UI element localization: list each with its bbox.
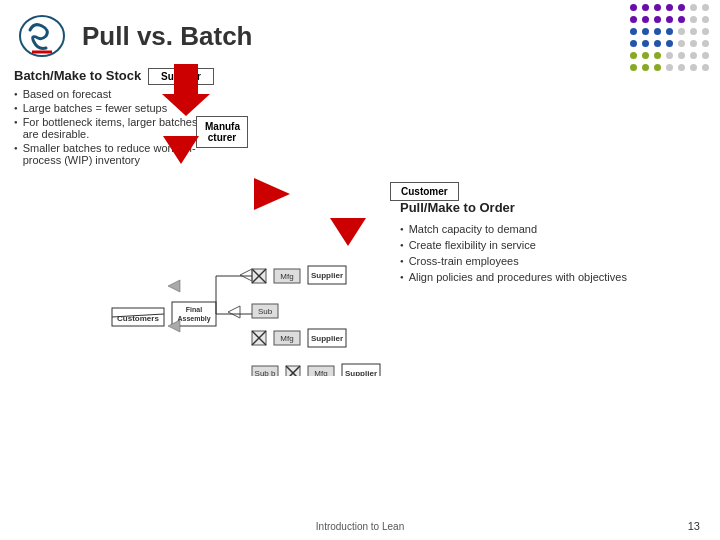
svg-text:Mfg: Mfg <box>314 369 327 376</box>
page-number: 13 <box>688 520 700 532</box>
svg-text:Assembly: Assembly <box>177 315 210 323</box>
batch-bullet-list: Based on forecastLarge batches = fewer s… <box>14 87 214 167</box>
svg-rect-7 <box>112 308 164 326</box>
decorative-dot <box>642 4 649 11</box>
decorative-dot <box>642 40 649 47</box>
svg-line-14 <box>252 269 266 283</box>
decorative-dot <box>654 64 661 71</box>
decorative-dot <box>642 16 649 23</box>
decorative-dot <box>678 52 685 59</box>
svg-rect-28 <box>252 366 278 376</box>
decorative-dot <box>630 16 637 23</box>
decorative-dot <box>678 40 685 47</box>
svg-marker-5 <box>254 178 290 210</box>
decorative-dot <box>630 40 637 47</box>
decorative-dot <box>690 64 697 71</box>
manufacturer-label: Manufacturer <box>205 121 240 143</box>
svg-marker-51 <box>168 320 180 332</box>
decorative-dot <box>666 16 673 23</box>
decorative-dot <box>642 64 649 71</box>
svg-marker-50 <box>168 280 180 292</box>
svg-line-13 <box>252 269 266 283</box>
decorative-dot <box>630 52 637 59</box>
svg-rect-35 <box>342 364 380 376</box>
decorative-dot <box>666 28 673 35</box>
svg-rect-15 <box>274 269 300 283</box>
svg-text:Customers: Customers <box>117 314 159 323</box>
decorative-dot <box>702 64 709 71</box>
batch-bullet-item: Based on forecast <box>14 87 214 101</box>
svg-marker-6 <box>330 218 366 246</box>
svg-rect-24 <box>274 331 300 345</box>
decorative-dot <box>690 52 697 59</box>
pull-bullet-item: Align policies and procedures with objec… <box>400 269 700 285</box>
svg-text:Supplier: Supplier <box>311 271 343 280</box>
decorative-dot <box>630 28 637 35</box>
pull-bullet-item: Match capacity to demand <box>400 221 700 237</box>
decorative-dot <box>702 16 709 23</box>
decorative-dot <box>654 4 661 11</box>
svg-rect-9 <box>172 302 216 326</box>
decorative-dot <box>630 4 637 11</box>
decorative-dot <box>702 52 709 59</box>
svg-rect-17 <box>308 266 346 284</box>
svg-rect-12 <box>252 269 266 283</box>
svg-text:Sub: Sub <box>258 307 273 316</box>
decorative-dot <box>678 16 685 23</box>
svg-rect-19 <box>252 304 278 318</box>
decorative-dot <box>690 40 697 47</box>
footer-center: Introduction to Lean <box>0 521 720 532</box>
batch-bullet-item: Smaller batches to reduce work -in-proce… <box>14 141 214 167</box>
pull-bullet-item: Cross-train employees <box>400 253 700 269</box>
decorative-dot <box>654 16 661 23</box>
svg-line-32 <box>286 366 300 376</box>
logo-icon <box>16 12 68 60</box>
customer-box: Customer <box>390 182 459 201</box>
pull-bullet-list: Match capacity to demandCreate flexibili… <box>400 221 700 285</box>
decorative-dot <box>666 4 673 11</box>
decorative-dot <box>678 64 685 71</box>
svg-marker-45 <box>228 306 240 318</box>
svg-line-31 <box>286 366 300 376</box>
supplier-box: Supplier <box>148 68 214 85</box>
svg-line-23 <box>252 331 266 345</box>
decorative-dot <box>666 52 673 59</box>
decorative-dot <box>690 28 697 35</box>
pull-section: Pull/Make to Order Match capacity to dem… <box>400 200 700 285</box>
decorative-dot <box>654 28 661 35</box>
decorative-dot-grid <box>630 4 712 74</box>
footer-text: Introduction to Lean <box>316 521 404 532</box>
decorative-dot <box>654 40 661 47</box>
svg-text:Mfg: Mfg <box>280 334 293 343</box>
decorative-dot <box>678 28 685 35</box>
svg-text:Mfg: Mfg <box>280 272 293 281</box>
decorative-dot <box>642 52 649 59</box>
decorative-dot <box>666 40 673 47</box>
pull-title: Pull/Make to Order <box>400 200 700 215</box>
page-title: Pull vs. Batch <box>82 21 253 52</box>
svg-line-46 <box>112 314 164 317</box>
decorative-dot <box>666 64 673 71</box>
decorative-dot <box>630 64 637 71</box>
svg-rect-30 <box>286 366 300 376</box>
batch-bullet-item: For bottleneck items, larger batches are… <box>14 115 214 141</box>
svg-rect-33 <box>308 366 334 376</box>
svg-text:Supplier: Supplier <box>345 369 377 376</box>
svg-point-0 <box>20 16 64 56</box>
svg-rect-21 <box>252 331 266 345</box>
svg-text:Supplier: Supplier <box>311 334 343 343</box>
decorative-dot <box>690 4 697 11</box>
decorative-dot <box>678 4 685 11</box>
batch-bullet-item: Large batches = fewer setups <box>14 101 214 115</box>
svg-marker-44 <box>240 269 252 281</box>
decorative-dot <box>702 28 709 35</box>
manufacturer-box: Manufacturer <box>196 116 248 148</box>
svg-text:Sub b: Sub b <box>255 369 276 376</box>
decorative-dot <box>654 52 661 59</box>
decorative-dot <box>702 40 709 47</box>
decorative-dot <box>690 16 697 23</box>
svg-rect-26 <box>308 329 346 347</box>
decorative-dot <box>642 28 649 35</box>
header: Pull vs. Batch <box>0 0 720 68</box>
pull-bullet-item: Create flexibility in service <box>400 237 700 253</box>
